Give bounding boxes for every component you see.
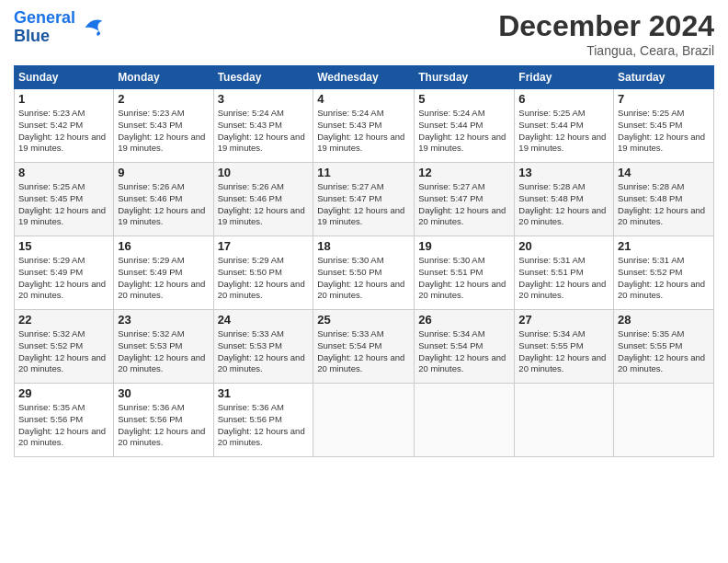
day-content: Sunrise: 5:23 AM Sunset: 5:43 PM Dayligh… [118, 108, 209, 155]
page: GeneralBlue December 2024 Tiangua, Ceara… [0, 0, 728, 466]
day-content: Sunrise: 5:36 AM Sunset: 5:56 PM Dayligh… [218, 402, 310, 449]
calendar-cell: 20Sunrise: 5:31 AM Sunset: 5:51 PM Dayli… [515, 236, 614, 310]
day-content: Sunrise: 5:36 AM Sunset: 5:56 PM Dayligh… [118, 402, 209, 449]
day-number: 1 [18, 92, 109, 106]
calendar-week-3: 15Sunrise: 5:29 AM Sunset: 5:49 PM Dayli… [15, 236, 714, 310]
calendar-cell: 16Sunrise: 5:29 AM Sunset: 5:49 PM Dayli… [114, 236, 213, 310]
title-area: December 2024 Tiangua, Ceara, Brazil [498, 9, 714, 58]
calendar-week-5: 29Sunrise: 5:35 AM Sunset: 5:56 PM Dayli… [15, 384, 714, 457]
calendar-cell: 29Sunrise: 5:35 AM Sunset: 5:56 PM Dayli… [15, 384, 114, 457]
day-number: 18 [317, 239, 410, 253]
calendar-cell: 22Sunrise: 5:32 AM Sunset: 5:52 PM Dayli… [15, 310, 114, 384]
calendar-week-4: 22Sunrise: 5:32 AM Sunset: 5:52 PM Dayli… [15, 310, 714, 384]
day-number: 12 [418, 166, 510, 179]
calendar-cell [515, 384, 614, 457]
day-number: 21 [618, 239, 710, 253]
day-content: Sunrise: 5:34 AM Sunset: 5:55 PM Dayligh… [518, 328, 609, 375]
day-content: Sunrise: 5:27 AM Sunset: 5:47 PM Dayligh… [418, 181, 510, 228]
day-number: 15 [18, 239, 109, 253]
day-number: 30 [118, 386, 209, 400]
calendar-cell: 3Sunrise: 5:24 AM Sunset: 5:43 PM Daylig… [213, 89, 313, 163]
day-number: 29 [18, 386, 109, 400]
calendar-cell [415, 384, 515, 457]
day-number: 16 [118, 239, 209, 253]
calendar-cell: 21Sunrise: 5:31 AM Sunset: 5:52 PM Dayli… [614, 236, 714, 310]
day-number: 24 [218, 313, 310, 327]
day-number: 4 [317, 92, 410, 106]
calendar-cell: 26Sunrise: 5:34 AM Sunset: 5:54 PM Dayli… [415, 310, 515, 384]
day-content: Sunrise: 5:33 AM Sunset: 5:54 PM Dayligh… [317, 328, 410, 375]
calendar-week-2: 8Sunrise: 5:25 AM Sunset: 5:45 PM Daylig… [15, 163, 714, 236]
calendar-cell: 15Sunrise: 5:29 AM Sunset: 5:49 PM Dayli… [15, 236, 114, 310]
calendar-cell: 25Sunrise: 5:33 AM Sunset: 5:54 PM Dayli… [313, 310, 415, 384]
logo-text: GeneralBlue [14, 9, 75, 46]
day-content: Sunrise: 5:31 AM Sunset: 5:51 PM Dayligh… [518, 255, 609, 302]
day-content: Sunrise: 5:27 AM Sunset: 5:47 PM Dayligh… [317, 181, 410, 228]
day-number: 14 [618, 166, 710, 179]
col-wednesday: Wednesday [313, 66, 415, 89]
logo: GeneralBlue [14, 9, 106, 46]
calendar-cell: 13Sunrise: 5:28 AM Sunset: 5:48 PM Dayli… [515, 163, 614, 236]
day-content: Sunrise: 5:29 AM Sunset: 5:50 PM Dayligh… [218, 255, 310, 302]
calendar-cell: 27Sunrise: 5:34 AM Sunset: 5:55 PM Dayli… [515, 310, 614, 384]
calendar-cell: 5Sunrise: 5:24 AM Sunset: 5:44 PM Daylig… [415, 89, 515, 163]
col-saturday: Saturday [614, 66, 714, 89]
calendar-cell: 4Sunrise: 5:24 AM Sunset: 5:43 PM Daylig… [313, 89, 415, 163]
day-content: Sunrise: 5:29 AM Sunset: 5:49 PM Dayligh… [118, 255, 209, 302]
calendar-cell: 11Sunrise: 5:27 AM Sunset: 5:47 PM Dayli… [313, 163, 415, 236]
day-content: Sunrise: 5:26 AM Sunset: 5:46 PM Dayligh… [218, 181, 310, 228]
day-content: Sunrise: 5:28 AM Sunset: 5:48 PM Dayligh… [618, 181, 710, 228]
day-number: 2 [118, 92, 209, 106]
day-number: 7 [618, 92, 710, 106]
day-number: 6 [518, 92, 609, 106]
header-row: Sunday Monday Tuesday Wednesday Thursday… [15, 66, 714, 89]
day-content: Sunrise: 5:25 AM Sunset: 5:45 PM Dayligh… [618, 108, 710, 155]
calendar-cell [313, 384, 415, 457]
day-number: 26 [418, 313, 510, 327]
day-number: 22 [18, 313, 109, 327]
day-content: Sunrise: 5:23 AM Sunset: 5:42 PM Dayligh… [18, 108, 109, 155]
day-content: Sunrise: 5:24 AM Sunset: 5:43 PM Dayligh… [317, 108, 410, 155]
day-content: Sunrise: 5:24 AM Sunset: 5:44 PM Dayligh… [418, 108, 510, 155]
day-number: 25 [317, 313, 410, 327]
day-content: Sunrise: 5:34 AM Sunset: 5:54 PM Dayligh… [418, 328, 510, 375]
col-thursday: Thursday [415, 66, 515, 89]
calendar-cell: 7Sunrise: 5:25 AM Sunset: 5:45 PM Daylig… [614, 89, 714, 163]
day-number: 9 [118, 166, 209, 179]
col-sunday: Sunday [15, 66, 114, 89]
day-content: Sunrise: 5:29 AM Sunset: 5:49 PM Dayligh… [18, 255, 109, 302]
calendar-cell: 28Sunrise: 5:35 AM Sunset: 5:55 PM Dayli… [614, 310, 714, 384]
calendar-cell: 31Sunrise: 5:36 AM Sunset: 5:56 PM Dayli… [213, 384, 313, 457]
day-content: Sunrise: 5:24 AM Sunset: 5:43 PM Dayligh… [218, 108, 310, 155]
day-number: 13 [518, 166, 609, 179]
col-monday: Monday [114, 66, 213, 89]
day-content: Sunrise: 5:28 AM Sunset: 5:48 PM Dayligh… [518, 181, 609, 228]
calendar-cell: 17Sunrise: 5:29 AM Sunset: 5:50 PM Dayli… [213, 236, 313, 310]
header: GeneralBlue December 2024 Tiangua, Ceara… [14, 9, 714, 58]
day-content: Sunrise: 5:35 AM Sunset: 5:55 PM Dayligh… [618, 328, 710, 375]
day-number: 31 [218, 386, 310, 400]
calendar-cell: 12Sunrise: 5:27 AM Sunset: 5:47 PM Dayli… [415, 163, 515, 236]
location-subtitle: Tiangua, Ceara, Brazil [498, 43, 714, 58]
day-number: 11 [317, 166, 410, 179]
calendar-cell: 8Sunrise: 5:25 AM Sunset: 5:45 PM Daylig… [15, 163, 114, 236]
day-content: Sunrise: 5:26 AM Sunset: 5:46 PM Dayligh… [118, 181, 209, 228]
day-number: 28 [618, 313, 710, 327]
logo-bird-icon [78, 14, 106, 41]
day-number: 23 [118, 313, 209, 327]
calendar-cell: 6Sunrise: 5:25 AM Sunset: 5:44 PM Daylig… [515, 89, 614, 163]
day-number: 17 [218, 239, 310, 253]
day-content: Sunrise: 5:30 AM Sunset: 5:50 PM Dayligh… [317, 255, 410, 302]
day-number: 3 [218, 92, 310, 106]
day-content: Sunrise: 5:31 AM Sunset: 5:52 PM Dayligh… [618, 255, 710, 302]
calendar-table: Sunday Monday Tuesday Wednesday Thursday… [14, 65, 714, 457]
calendar-cell: 2Sunrise: 5:23 AM Sunset: 5:43 PM Daylig… [114, 89, 213, 163]
day-number: 20 [518, 239, 609, 253]
calendar-cell: 9Sunrise: 5:26 AM Sunset: 5:46 PM Daylig… [114, 163, 213, 236]
calendar-week-1: 1Sunrise: 5:23 AM Sunset: 5:42 PM Daylig… [15, 89, 714, 163]
day-content: Sunrise: 5:33 AM Sunset: 5:53 PM Dayligh… [218, 328, 310, 375]
day-number: 19 [418, 239, 510, 253]
calendar-cell: 23Sunrise: 5:32 AM Sunset: 5:53 PM Dayli… [114, 310, 213, 384]
day-content: Sunrise: 5:32 AM Sunset: 5:52 PM Dayligh… [18, 328, 109, 375]
calendar-cell: 19Sunrise: 5:30 AM Sunset: 5:51 PM Dayli… [415, 236, 515, 310]
